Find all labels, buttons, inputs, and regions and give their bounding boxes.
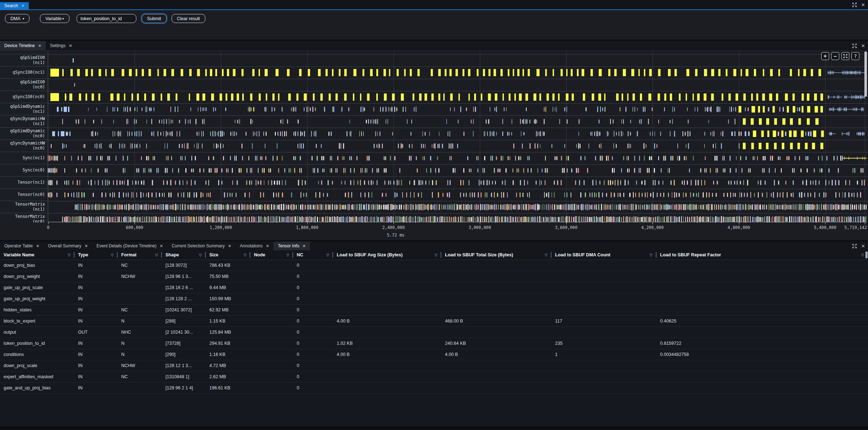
- close-icon[interactable]: ✕: [36, 244, 39, 248]
- tab-search[interactable]: Search ✕: [0, 2, 29, 9]
- table-cell: 294.91 KB: [206, 341, 250, 346]
- filter-icon[interactable]: ▽: [861, 253, 864, 257]
- table-row[interactable]: down_proj_weightINNCHW[128 96 1 3...75.5…: [0, 271, 868, 282]
- filter-icon[interactable]: ▽: [155, 253, 158, 257]
- tab-current-selection-summary[interactable]: Current Selection Summary✕: [167, 242, 236, 250]
- filter-icon[interactable]: ▽: [545, 253, 547, 257]
- zoom-in-button[interactable]: +: [821, 52, 829, 60]
- table-row[interactable]: expert_affinities_maskedINNC[1310848 1]2…: [0, 371, 868, 383]
- column-header-load-to-sbuf-avg-size-bytes-[interactable]: Load to SBUF Avg Size (Bytes) ▽: [333, 250, 441, 260]
- tab-tensor-info[interactable]: Tensor Info✕: [273, 242, 310, 250]
- filter-icon[interactable]: ▽: [199, 253, 202, 257]
- zoom-out-button[interactable]: −: [831, 52, 839, 60]
- tab-overall-summary[interactable]: Overall Summary✕: [44, 242, 92, 250]
- tab-label: Settings: [50, 43, 65, 48]
- table-cell: IN: [74, 385, 118, 390]
- filter-icon[interactable]: ▽: [326, 253, 329, 257]
- search-input[interactable]: [77, 14, 136, 23]
- help-button[interactable]: ?: [851, 52, 859, 60]
- tab-device-timeline[interactable]: Device Timeline✕: [0, 41, 46, 50]
- tensor-info-panel: Operator Table✕Overall Summary✕Event Det…: [0, 242, 868, 426]
- table-cell: token_position_to_id: [0, 341, 74, 346]
- table-row[interactable]: outputOUTNHC[2 10241 30...125.84 MB0: [0, 327, 868, 338]
- timeline-body: qGpSimdIO0 (nc1)qSyncIO0(nc1)qGpSimdIO0 …: [0, 51, 868, 240]
- filter-icon[interactable]: ▽: [111, 253, 114, 257]
- table-cell: NHC: [118, 330, 162, 335]
- expand-icon[interactable]: [852, 244, 857, 248]
- expand-icon[interactable]: [852, 3, 857, 7]
- table-row[interactable]: down_proj_biasINNC[128 3072]786.43 KB0: [0, 260, 868, 271]
- timeline-duration-label: 5.72 ms: [374, 233, 417, 238]
- column-header-load-to-sbuf-repeat-factor[interactable]: Load to SBUF Repeat Factor ▽: [656, 250, 868, 260]
- axis-tick: [739, 222, 739, 224]
- table-row[interactable]: block_to_expertINN[288]1.15 KB04.00 B468…: [0, 316, 868, 327]
- column-header-load-to-sbuf-dma-count[interactable]: Load to SBUF DMA Count ▽: [551, 250, 656, 260]
- column-header-load-to-sbuf-total-size-bytes-[interactable]: Load to SBUF Total Size (Bytes) ▽: [441, 250, 551, 260]
- filter-icon[interactable]: ▽: [435, 253, 437, 257]
- table-row[interactable]: gate_up_proj_scaleIN[128 16 2 6 ...9.44 …: [0, 282, 868, 293]
- tab-annotations[interactable]: Annotations✕: [236, 242, 274, 250]
- tab-label: Operator Table: [4, 243, 33, 248]
- table-row[interactable]: gate_and_up_proj_biasIN[128 96 2 1 4]196…: [0, 383, 868, 394]
- axis-tick-label: 4,200,000: [641, 225, 664, 230]
- fit-view-button[interactable]: [841, 52, 849, 60]
- table-row[interactable]: conditionsINN[290]1.16 KB04.00 B4.00 B10…: [0, 349, 868, 360]
- filter-icon[interactable]: ▽: [244, 253, 246, 257]
- column-header-type[interactable]: Type ▽: [74, 250, 118, 260]
- close-icon[interactable]: ✕: [861, 244, 865, 248]
- axis-tick: [135, 222, 135, 224]
- table-cell: NC: [118, 307, 162, 312]
- close-icon[interactable]: ✕: [228, 244, 231, 248]
- table-vertical-scrollbar[interactable]: [865, 251, 867, 259]
- tab-label: Device Timeline: [4, 43, 35, 48]
- close-icon[interactable]: ✕: [38, 44, 41, 48]
- table-row[interactable]: hidden_statesINNC[10241 3072]62.92 MB0: [0, 305, 868, 316]
- column-header-nc[interactable]: NC ▽: [293, 250, 333, 260]
- tab-settings[interactable]: Settings✕: [46, 41, 77, 50]
- clear-result-button[interactable]: Clear result: [172, 14, 205, 23]
- close-icon[interactable]: ✕: [861, 44, 865, 48]
- variable-dropdown[interactable]: Variable ▾: [40, 14, 69, 23]
- table-cell: IN: [74, 296, 118, 301]
- filter-icon[interactable]: ▽: [650, 253, 653, 257]
- table-cell: 4.00 B: [333, 319, 441, 324]
- dma-dropdown[interactable]: DMA ▾: [5, 14, 29, 23]
- table-cell: 196.61 KB: [206, 385, 250, 390]
- close-icon[interactable]: ✕: [303, 244, 306, 248]
- filter-icon[interactable]: ▽: [286, 253, 289, 257]
- table-cell: 0: [293, 296, 333, 301]
- close-icon[interactable]: ✕: [85, 244, 88, 248]
- axis-tick-label: 0: [47, 225, 50, 230]
- timeline-tabbar: Device Timeline✕Settings✕ ✕: [0, 41, 868, 51]
- table-cell: [10241 3072]: [162, 307, 206, 312]
- close-icon[interactable]: ✕: [861, 3, 865, 7]
- table-row[interactable]: gate_up_proj_weightIN[128 128 2 ...150.9…: [0, 293, 868, 305]
- column-header-format[interactable]: Format ▽: [118, 250, 162, 260]
- table-cell: [128 128 2 ...: [162, 296, 206, 301]
- column-header-size[interactable]: Size ▽: [206, 250, 250, 260]
- column-header-shape[interactable]: Shape ▽: [162, 250, 206, 260]
- table-row[interactable]: down_proj_scaleINNCHW[128 12 1 3...4.72 …: [0, 360, 868, 371]
- submit-button[interactable]: Submit: [142, 14, 167, 23]
- close-icon[interactable]: ✕: [69, 44, 72, 48]
- tab-label: Annotations: [240, 243, 263, 248]
- column-header-node[interactable]: Node ▽: [250, 250, 293, 260]
- tab-event-details-device-timeline-[interactable]: Event Details (Device Timeline)✕: [92, 242, 167, 250]
- axis-tick: [865, 222, 865, 224]
- close-icon[interactable]: ✕: [21, 4, 24, 8]
- expand-icon[interactable]: [852, 44, 857, 48]
- close-icon[interactable]: ✕: [266, 244, 269, 248]
- table-cell: [128 3072]: [162, 263, 206, 268]
- table-cell: 4.72 MB: [206, 363, 250, 368]
- axis-tick: [825, 222, 826, 224]
- column-header-variable-name[interactable]: Variable Name ▽: [0, 250, 74, 260]
- close-icon[interactable]: ✕: [160, 244, 163, 248]
- table-cell: IN: [74, 307, 118, 312]
- table-cell: down_proj_weight: [0, 274, 74, 279]
- timeline-vertical-scrollbar[interactable]: [864, 51, 867, 97]
- timeline-canvas[interactable]: [48, 51, 868, 223]
- tab-operator-table[interactable]: Operator Table✕: [0, 242, 44, 250]
- table-cell: 0: [293, 263, 333, 268]
- table-row[interactable]: token_position_to_idINN[73728]294.91 KB0…: [0, 338, 868, 349]
- filter-icon[interactable]: ▽: [68, 253, 71, 257]
